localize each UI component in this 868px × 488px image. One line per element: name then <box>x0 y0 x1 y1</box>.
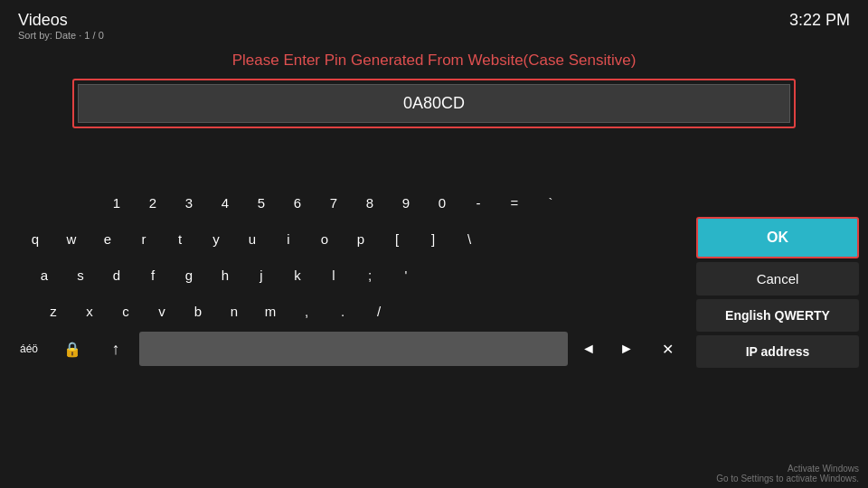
key-4[interactable]: 4 <box>208 185 242 220</box>
header: Videos Sort by: Date · 1 / 0 3:22 PM <box>0 0 868 46</box>
number-row: 1 2 3 4 5 6 7 8 9 0 - = ` <box>9 185 687 220</box>
key-8[interactable]: 8 <box>353 185 387 220</box>
pin-input-container <box>72 79 796 128</box>
key-space[interactable] <box>139 332 568 366</box>
pin-input[interactable] <box>78 84 790 123</box>
key-lbracket[interactable]: [ <box>380 221 414 256</box>
key-shift[interactable]: ↑ <box>96 332 136 366</box>
key-q[interactable]: q <box>18 221 52 256</box>
key-slash[interactable]: / <box>362 294 396 328</box>
cancel-button[interactable]: Cancel <box>696 262 859 296</box>
key-v[interactable]: v <box>145 294 179 328</box>
key-d[interactable]: d <box>99 258 134 292</box>
a-row: a s d f g h j k l ; ' <box>9 258 687 292</box>
key-7[interactable]: 7 <box>316 185 351 220</box>
key-0[interactable]: 0 <box>425 185 459 220</box>
z-row: z x c v b n m , . / <box>9 294 687 328</box>
key-u[interactable]: u <box>235 221 269 256</box>
key-backspace[interactable]: ✕ <box>647 332 687 366</box>
ip-button[interactable]: IP address <box>696 335 859 368</box>
ok-button[interactable]: OK <box>696 217 859 258</box>
app-title: Videos <box>18 11 104 30</box>
key-comma[interactable]: , <box>289 294 324 328</box>
key-n[interactable]: n <box>217 294 251 328</box>
sort-info: Sort by: Date · 1 / 0 <box>18 30 104 41</box>
right-panel: OK Cancel English QWERTY IP address <box>696 137 868 377</box>
key-r[interactable]: r <box>127 221 161 256</box>
activate-line2: Go to Settings to activate Windows. <box>716 474 859 483</box>
key-period[interactable]: . <box>326 294 360 328</box>
activate-windows: Activate Windows Go to Settings to activ… <box>716 464 859 483</box>
key-m[interactable]: m <box>253 294 288 328</box>
key-9[interactable]: 9 <box>389 185 423 220</box>
key-f[interactable]: f <box>136 258 170 292</box>
key-s[interactable]: s <box>63 258 98 292</box>
key-accents[interactable]: áéö <box>9 332 49 366</box>
key-equals[interactable]: = <box>497 185 532 220</box>
clock: 3:22 PM <box>789 11 850 30</box>
key-a[interactable]: a <box>27 258 61 292</box>
key-5[interactable]: 5 <box>244 185 278 220</box>
key-right[interactable]: ► <box>609 332 644 366</box>
key-w[interactable]: w <box>54 221 89 256</box>
key-p[interactable]: p <box>344 221 378 256</box>
key-backtick[interactable]: ` <box>533 185 568 220</box>
key-apostrophe[interactable]: ' <box>389 258 423 292</box>
key-o[interactable]: o <box>307 221 342 256</box>
key-3[interactable]: 3 <box>172 185 206 220</box>
q-row: q w e r t y u i o p [ ] \ <box>9 221 687 256</box>
key-t[interactable]: t <box>163 221 197 256</box>
key-6[interactable]: 6 <box>280 185 315 220</box>
key-left[interactable]: ◄ <box>571 332 606 366</box>
key-h[interactable]: h <box>208 258 242 292</box>
key-l[interactable]: l <box>316 258 351 292</box>
key-g[interactable]: g <box>172 258 206 292</box>
keyboard-area: 1 2 3 4 5 6 7 8 9 0 - = ` q w e r t y u … <box>0 137 696 377</box>
bottom-row: áéö 🔒 ↑ ◄ ► ✕ <box>9 332 687 366</box>
key-lock[interactable]: 🔒 <box>52 332 92 366</box>
key-x[interactable]: x <box>72 294 107 328</box>
key-k[interactable]: k <box>280 258 315 292</box>
activate-line1: Activate Windows <box>716 464 859 474</box>
key-minus[interactable]: - <box>461 185 495 220</box>
key-2[interactable]: 2 <box>136 185 170 220</box>
key-i[interactable]: i <box>271 221 306 256</box>
key-backslash[interactable]: \ <box>452 221 486 256</box>
key-semicolon[interactable]: ; <box>353 258 387 292</box>
key-1[interactable]: 1 <box>99 185 134 220</box>
key-z[interactable]: z <box>36 294 71 328</box>
key-b[interactable]: b <box>181 294 215 328</box>
layout-button[interactable]: English QWERTY <box>696 299 859 332</box>
key-c[interactable]: c <box>108 294 143 328</box>
main-area: 1 2 3 4 5 6 7 8 9 0 - = ` q w e r t y u … <box>0 137 868 377</box>
key-y[interactable]: y <box>199 221 233 256</box>
key-rbracket[interactable]: ] <box>416 221 450 256</box>
prompt-text: Please Enter Pin Generated From Website(… <box>0 52 868 70</box>
key-e[interactable]: e <box>90 221 125 256</box>
header-left: Videos Sort by: Date · 1 / 0 <box>18 11 104 41</box>
key-j[interactable]: j <box>244 258 278 292</box>
